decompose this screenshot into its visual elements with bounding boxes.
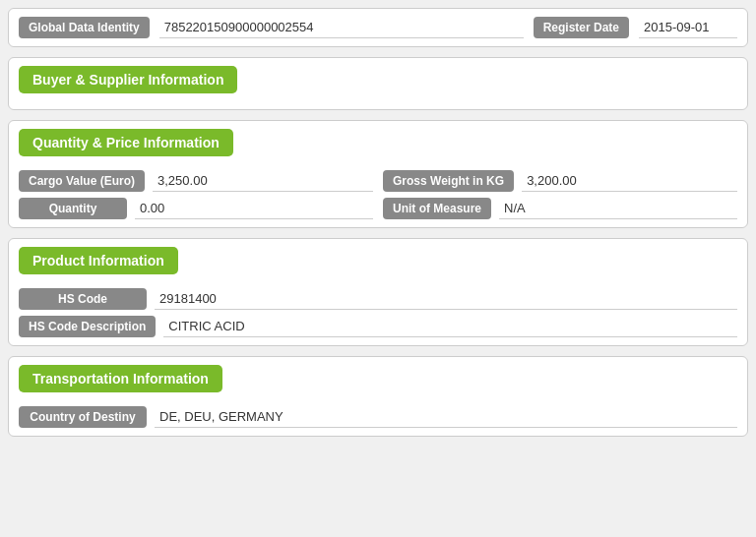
- cargo-value-group: Cargo Value (Euro) 3,250.00: [19, 170, 373, 192]
- hs-code-label: HS Code: [19, 288, 147, 310]
- transportation-header: Transportation Information: [19, 365, 222, 392]
- gross-weight-value: 3,200.00: [522, 170, 737, 192]
- quantity-uom-row: Quantity 0.00 Unit of Measure N/A: [19, 198, 737, 219]
- buyer-supplier-header: Buyer & Supplier Information: [19, 66, 237, 93]
- identity-row: Global Data Identity 7852201509000000025…: [19, 17, 737, 38]
- quantity-label: Quantity: [19, 198, 127, 219]
- country-of-destiny-label: Country of Destiny: [19, 406, 147, 428]
- hs-code-desc-value: CITRIC ACID: [163, 316, 737, 337]
- hs-code-row: HS Code 29181400: [19, 288, 737, 310]
- gross-weight-label: Gross Weight in KG: [383, 170, 514, 192]
- quantity-value: 0.00: [135, 198, 373, 219]
- quantity-group: Quantity 0.00: [19, 198, 373, 219]
- unit-of-measure-value: N/A: [499, 198, 737, 219]
- register-date-label: Register Date: [534, 17, 629, 38]
- global-data-identity-label: Global Data Identity: [19, 17, 150, 38]
- hs-code-desc-row: HS Code Description CITRIC ACID: [19, 316, 737, 337]
- unit-of-measure-group: Unit of Measure N/A: [383, 198, 737, 219]
- quantity-price-header: Quantity & Price Information: [19, 129, 233, 156]
- cargo-value-label: Cargo Value (Euro): [19, 170, 145, 192]
- country-of-destiny-row: Country of Destiny DE, DEU, GERMANY: [19, 406, 737, 428]
- quantity-price-card: Quantity & Price Information Cargo Value…: [8, 120, 748, 228]
- identity-card: Global Data Identity 7852201509000000025…: [8, 8, 748, 47]
- hs-code-desc-label: HS Code Description: [19, 316, 156, 337]
- unit-of-measure-label: Unit of Measure: [383, 198, 491, 219]
- cargo-gross-row: Cargo Value (Euro) 3,250.00 Gross Weight…: [19, 170, 737, 192]
- register-date-value: 2015-09-01: [639, 17, 737, 38]
- global-data-identity-value: 785220150900000002554: [159, 17, 524, 38]
- gross-weight-group: Gross Weight in KG 3,200.00: [383, 170, 737, 192]
- cargo-value: 3,250.00: [153, 170, 373, 192]
- product-card: Product Information HS Code 29181400 HS …: [8, 238, 748, 346]
- transportation-card: Transportation Information Country of De…: [8, 356, 748, 437]
- country-of-destiny-value: DE, DEU, GERMANY: [155, 406, 737, 428]
- product-header: Product Information: [19, 247, 178, 274]
- page-container: Global Data Identity 7852201509000000025…: [0, 0, 756, 537]
- buyer-supplier-card: Buyer & Supplier Information: [8, 57, 748, 110]
- hs-code-value: 29181400: [155, 288, 737, 310]
